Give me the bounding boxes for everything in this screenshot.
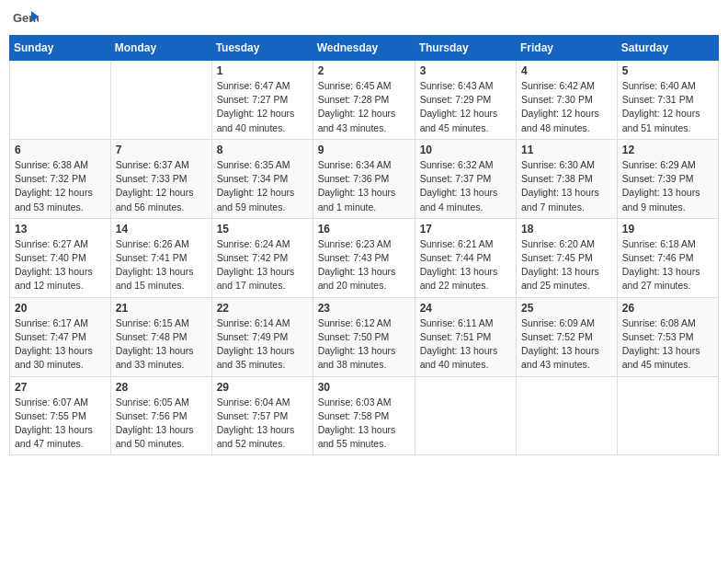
calendar-cell: 7Sunrise: 6:37 AM Sunset: 7:33 PM Daylig…: [110, 139, 211, 218]
day-number: 20: [15, 302, 106, 315]
calendar-cell: 17Sunrise: 6:21 AM Sunset: 7:44 PM Dayli…: [415, 218, 516, 297]
day-of-week-header: Tuesday: [211, 36, 313, 61]
day-info: Sunrise: 6:05 AM Sunset: 7:56 PM Dayligh…: [116, 396, 207, 452]
calendar-cell: 13Sunrise: 6:27 AM Sunset: 7:40 PM Dayli…: [10, 218, 111, 297]
calendar-cell: 22Sunrise: 6:14 AM Sunset: 7:49 PM Dayli…: [211, 297, 313, 376]
day-info: Sunrise: 6:24 AM Sunset: 7:42 PM Dayligh…: [217, 237, 308, 293]
day-info: Sunrise: 6:21 AM Sunset: 7:44 PM Dayligh…: [420, 237, 511, 293]
day-number: 5: [622, 64, 713, 77]
day-info: Sunrise: 6:47 AM Sunset: 7:27 PM Dayligh…: [217, 79, 308, 135]
day-number: 23: [318, 302, 410, 315]
day-number: 27: [15, 381, 106, 394]
day-number: 13: [15, 223, 106, 236]
day-of-week-header: Monday: [110, 36, 211, 61]
calendar-cell: 21Sunrise: 6:15 AM Sunset: 7:48 PM Dayli…: [110, 297, 211, 376]
calendar-cell: 23Sunrise: 6:12 AM Sunset: 7:50 PM Dayli…: [313, 297, 415, 376]
day-of-week-header: Sunday: [10, 36, 111, 61]
day-info: Sunrise: 6:09 AM Sunset: 7:52 PM Dayligh…: [521, 316, 612, 373]
day-info: Sunrise: 6:35 AM Sunset: 7:34 PM Dayligh…: [217, 158, 308, 214]
day-number: 21: [116, 302, 207, 315]
day-number: 26: [622, 302, 713, 315]
calendar-cell: 6Sunrise: 6:38 AM Sunset: 7:32 PM Daylig…: [10, 139, 111, 218]
calendar-cell: 26Sunrise: 6:08 AM Sunset: 7:53 PM Dayli…: [617, 297, 718, 376]
calendar-cell: 27Sunrise: 6:07 AM Sunset: 7:55 PM Dayli…: [10, 376, 111, 455]
day-info: Sunrise: 6:18 AM Sunset: 7:46 PM Dayligh…: [622, 237, 713, 293]
calendar-cell: 8Sunrise: 6:35 AM Sunset: 7:34 PM Daylig…: [211, 139, 313, 218]
day-info: Sunrise: 6:04 AM Sunset: 7:57 PM Dayligh…: [217, 396, 308, 452]
calendar-cell: 16Sunrise: 6:23 AM Sunset: 7:43 PM Dayli…: [313, 218, 415, 297]
day-info: Sunrise: 6:20 AM Sunset: 7:45 PM Dayligh…: [521, 237, 612, 293]
calendar-cell: 29Sunrise: 6:04 AM Sunset: 7:57 PM Dayli…: [211, 376, 313, 455]
day-number: 9: [318, 144, 410, 156]
calendar-cell: [415, 376, 516, 455]
day-info: Sunrise: 6:14 AM Sunset: 7:49 PM Dayligh…: [217, 316, 308, 373]
day-of-week-header: Friday: [517, 36, 618, 61]
day-number: 6: [15, 144, 106, 156]
calendar-cell: 25Sunrise: 6:09 AM Sunset: 7:52 PM Dayli…: [517, 297, 618, 376]
calendar-cell: 30Sunrise: 6:03 AM Sunset: 7:58 PM Dayli…: [313, 376, 415, 455]
day-number: 12: [622, 144, 713, 156]
day-info: Sunrise: 6:37 AM Sunset: 7:33 PM Dayligh…: [116, 158, 207, 214]
day-of-week-header: Saturday: [617, 36, 718, 61]
calendar-cell: 20Sunrise: 6:17 AM Sunset: 7:47 PM Dayli…: [10, 297, 111, 376]
calendar-cell: [617, 376, 718, 455]
day-number: 25: [521, 302, 612, 315]
calendar-cell: 18Sunrise: 6:20 AM Sunset: 7:45 PM Dayli…: [517, 218, 618, 297]
logo: General: [13, 9, 42, 29]
calendar-cell: 2Sunrise: 6:45 AM Sunset: 7:28 PM Daylig…: [313, 61, 415, 140]
page-header: General: [9, 9, 719, 29]
day-number: 2: [318, 64, 410, 77]
day-of-week-header: Wednesday: [313, 36, 415, 61]
day-number: 14: [116, 223, 207, 236]
day-info: Sunrise: 6:15 AM Sunset: 7:48 PM Dayligh…: [116, 316, 207, 373]
day-info: Sunrise: 6:11 AM Sunset: 7:51 PM Dayligh…: [420, 316, 511, 373]
calendar-cell: 12Sunrise: 6:29 AM Sunset: 7:39 PM Dayli…: [617, 139, 718, 218]
day-number: 29: [217, 381, 308, 394]
day-info: Sunrise: 6:03 AM Sunset: 7:58 PM Dayligh…: [318, 396, 410, 452]
day-info: Sunrise: 6:27 AM Sunset: 7:40 PM Dayligh…: [15, 237, 106, 293]
calendar-cell: 9Sunrise: 6:34 AM Sunset: 7:36 PM Daylig…: [313, 139, 415, 218]
day-number: 18: [521, 223, 612, 236]
day-number: 16: [318, 223, 410, 236]
calendar-cell: 14Sunrise: 6:26 AM Sunset: 7:41 PM Dayli…: [110, 218, 211, 297]
day-number: 1: [217, 64, 308, 77]
day-info: Sunrise: 6:17 AM Sunset: 7:47 PM Dayligh…: [15, 316, 106, 373]
calendar-cell: 10Sunrise: 6:32 AM Sunset: 7:37 PM Dayli…: [415, 139, 516, 218]
calendar-cell: 3Sunrise: 6:43 AM Sunset: 7:29 PM Daylig…: [415, 61, 516, 140]
calendar-table: SundayMondayTuesdayWednesdayThursdayFrid…: [9, 35, 719, 455]
day-info: Sunrise: 6:32 AM Sunset: 7:37 PM Dayligh…: [420, 158, 511, 214]
day-info: Sunrise: 6:30 AM Sunset: 7:38 PM Dayligh…: [521, 158, 612, 214]
calendar-cell: 19Sunrise: 6:18 AM Sunset: 7:46 PM Dayli…: [617, 218, 718, 297]
day-number: 10: [420, 144, 511, 156]
day-info: Sunrise: 6:43 AM Sunset: 7:29 PM Dayligh…: [420, 79, 511, 135]
calendar-cell: [517, 376, 618, 455]
day-number: 22: [217, 302, 308, 315]
day-of-week-header: Thursday: [415, 36, 516, 61]
day-number: 30: [318, 381, 410, 394]
day-number: 3: [420, 64, 511, 77]
calendar-cell: 28Sunrise: 6:05 AM Sunset: 7:56 PM Dayli…: [110, 376, 211, 455]
day-info: Sunrise: 6:12 AM Sunset: 7:50 PM Dayligh…: [318, 316, 410, 373]
calendar-cell: 11Sunrise: 6:30 AM Sunset: 7:38 PM Dayli…: [517, 139, 618, 218]
day-info: Sunrise: 6:40 AM Sunset: 7:31 PM Dayligh…: [622, 79, 713, 135]
day-number: 15: [217, 223, 308, 236]
day-number: 19: [622, 223, 713, 236]
day-info: Sunrise: 6:23 AM Sunset: 7:43 PM Dayligh…: [318, 237, 410, 293]
calendar-cell: [110, 61, 211, 140]
day-number: 28: [116, 381, 207, 394]
day-info: Sunrise: 6:42 AM Sunset: 7:30 PM Dayligh…: [521, 79, 612, 135]
day-number: 4: [521, 64, 612, 77]
day-number: 7: [116, 144, 207, 156]
day-info: Sunrise: 6:08 AM Sunset: 7:53 PM Dayligh…: [622, 316, 713, 373]
day-info: Sunrise: 6:45 AM Sunset: 7:28 PM Dayligh…: [318, 79, 410, 135]
day-number: 8: [217, 144, 308, 156]
day-info: Sunrise: 6:26 AM Sunset: 7:41 PM Dayligh…: [116, 237, 207, 293]
day-info: Sunrise: 6:29 AM Sunset: 7:39 PM Dayligh…: [622, 158, 713, 214]
day-info: Sunrise: 6:07 AM Sunset: 7:55 PM Dayligh…: [15, 396, 106, 452]
day-info: Sunrise: 6:34 AM Sunset: 7:36 PM Dayligh…: [318, 158, 410, 214]
day-number: 24: [420, 302, 511, 315]
calendar-cell: 1Sunrise: 6:47 AM Sunset: 7:27 PM Daylig…: [211, 61, 313, 140]
day-number: 11: [521, 144, 612, 156]
calendar-cell: 4Sunrise: 6:42 AM Sunset: 7:30 PM Daylig…: [517, 61, 618, 140]
day-info: Sunrise: 6:38 AM Sunset: 7:32 PM Dayligh…: [15, 158, 106, 214]
